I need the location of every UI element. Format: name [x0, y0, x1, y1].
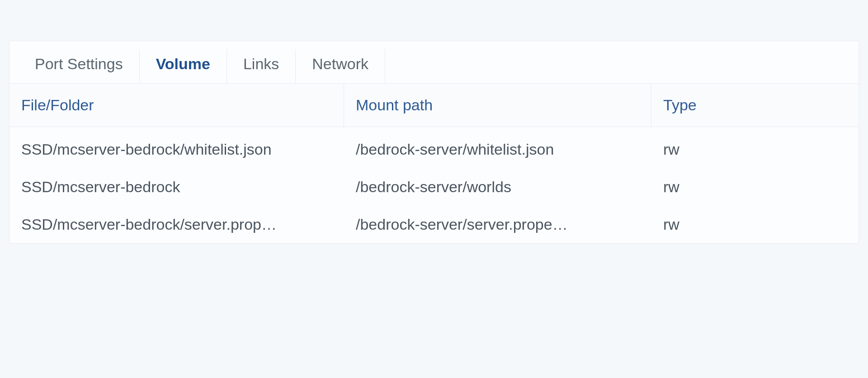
- table-header: File/Folder Mount path Type: [9, 84, 859, 127]
- settings-panel-container: Port Settings Volume Links Network File/…: [0, 0, 868, 244]
- tab-network[interactable]: Network: [296, 49, 385, 83]
- cell-file-folder: SSD/mcserver-bedrock: [9, 168, 344, 206]
- table-row[interactable]: SSD/mcserver-bedrock/whitelist.json /bed…: [9, 131, 859, 168]
- tab-port-settings[interactable]: Port Settings: [19, 49, 140, 83]
- cell-mount-path: /bedrock-server/worlds: [344, 168, 651, 206]
- settings-panel: Port Settings Volume Links Network File/…: [9, 41, 859, 244]
- column-header-type[interactable]: Type: [651, 84, 859, 127]
- cell-type: rw: [651, 131, 859, 168]
- column-header-file-folder[interactable]: File/Folder: [9, 84, 344, 127]
- cell-type: rw: [651, 206, 859, 243]
- cell-type: rw: [651, 168, 859, 206]
- cell-file-folder: SSD/mcserver-bedrock/server.prop…: [9, 206, 344, 243]
- table-body: SSD/mcserver-bedrock/whitelist.json /bed…: [9, 127, 859, 243]
- cell-mount-path: /bedrock-server/server.prope…: [344, 206, 651, 243]
- table-row[interactable]: SSD/mcserver-bedrock /bedrock-server/wor…: [9, 168, 859, 206]
- cell-file-folder: SSD/mcserver-bedrock/whitelist.json: [9, 131, 344, 168]
- volume-table: File/Folder Mount path Type SSD/mcserver…: [9, 84, 859, 243]
- tab-bar: Port Settings Volume Links Network: [9, 41, 859, 84]
- column-header-mount-path[interactable]: Mount path: [344, 84, 651, 127]
- tab-links[interactable]: Links: [227, 49, 296, 83]
- table-row[interactable]: SSD/mcserver-bedrock/server.prop… /bedro…: [9, 206, 859, 243]
- tab-volume[interactable]: Volume: [140, 49, 227, 83]
- cell-mount-path: /bedrock-server/whitelist.json: [344, 131, 651, 168]
